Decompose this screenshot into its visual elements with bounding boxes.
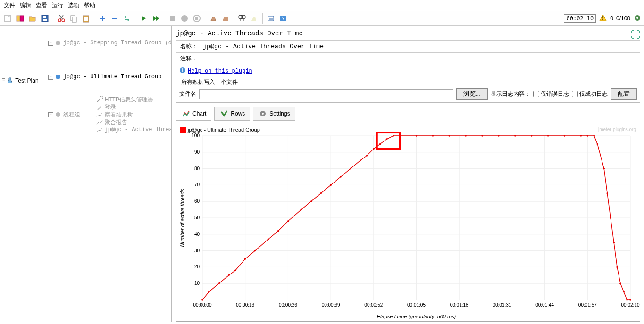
save-icon[interactable] <box>39 13 50 24</box>
tree-panel[interactable]: − Test Plan − jp@gc - Stepping Thread Gr… <box>0 26 172 322</box>
tree-item[interactable]: 登录 <box>105 103 116 111</box>
menu-bar: 文件 编辑 查看 运行 选项 帮助 <box>0 0 644 11</box>
svg-text:00:00:13: 00:00:13 <box>236 302 254 307</box>
svg-point-98 <box>416 135 418 137</box>
svg-text:30: 30 <box>194 248 200 253</box>
svg-point-79 <box>234 270 236 272</box>
svg-point-91 <box>360 159 361 161</box>
filename-input[interactable] <box>199 89 453 99</box>
maximize-icon[interactable] <box>631 30 640 39</box>
open-icon[interactable] <box>27 13 38 24</box>
svg-point-99 <box>432 135 434 137</box>
svg-rect-0 <box>5 15 10 22</box>
svg-point-94 <box>379 143 381 145</box>
expand-icon[interactable] <box>97 13 108 24</box>
svg-text:00:01:18: 00:01:18 <box>450 302 468 307</box>
menu-edit[interactable]: 编辑 <box>20 1 31 9</box>
svg-point-93 <box>373 148 375 150</box>
svg-point-81 <box>254 250 256 252</box>
stop-icon[interactable] <box>167 13 178 24</box>
tab-chart[interactable]: Chart <box>176 107 211 121</box>
panel-title: jp@gc - Active Threads Over Time <box>176 30 640 37</box>
help-icon[interactable]: ? <box>277 13 289 24</box>
tree-ultimate[interactable]: jp@gc - Ultimate Thread Group <box>63 73 162 81</box>
tree-item[interactable]: HTTP信息头管理器 <box>105 96 153 103</box>
tree-thread-group[interactable]: 线程组 <box>63 111 80 118</box>
clear-all-icon[interactable] <box>220 13 231 24</box>
svg-point-32 <box>262 113 264 115</box>
gear-icon <box>54 73 62 81</box>
tree-item[interactable]: jp@gc - Active Threads Over Time <box>105 126 172 133</box>
svg-point-86 <box>310 200 312 202</box>
gear-icon <box>54 39 62 47</box>
svg-point-109 <box>587 135 589 137</box>
search-icon[interactable] <box>236 13 248 24</box>
reset-search-icon[interactable] <box>249 13 260 24</box>
menu-help[interactable]: 帮助 <box>84 1 95 9</box>
info-icon: i <box>179 67 186 75</box>
svg-point-77 <box>218 282 220 284</box>
tree-stepping[interactable]: jp@gc - Stepping Thread Group (deprecate… <box>63 39 172 47</box>
svg-point-105 <box>531 135 533 137</box>
tree-expand[interactable]: − <box>2 78 5 83</box>
menu-options[interactable]: 选项 <box>68 1 79 9</box>
collapse-icon[interactable] <box>109 13 120 24</box>
svg-point-6 <box>58 19 61 22</box>
cut-icon[interactable] <box>56 13 67 24</box>
name-input[interactable] <box>201 42 640 51</box>
tree-expand[interactable]: − <box>48 41 53 46</box>
log-display-label: 显示日志内容： <box>491 90 530 98</box>
menu-search[interactable]: 查看 <box>36 1 47 9</box>
svg-rect-14 <box>170 16 175 21</box>
tab-rows[interactable]: Rows <box>214 107 250 121</box>
svg-point-112 <box>603 168 605 170</box>
svg-point-113 <box>606 192 608 194</box>
svg-text:90: 90 <box>194 150 200 155</box>
gear-icon[interactable] <box>633 14 642 24</box>
svg-point-89 <box>340 176 342 178</box>
svg-point-100 <box>448 135 450 137</box>
svg-point-15 <box>181 15 188 22</box>
tree-item[interactable]: 察看结果树 <box>105 111 133 118</box>
errors-only-checkbox[interactable]: 仅错误日志 <box>533 90 569 98</box>
svg-rect-11 <box>84 17 88 21</box>
run-icon[interactable] <box>138 13 149 24</box>
new-icon[interactable] <box>2 13 14 24</box>
comment-input[interactable] <box>201 54 640 64</box>
function-icon[interactable] <box>265 13 276 24</box>
chart-svg: 10203040506070809010000:00:0000:00:1300:… <box>176 124 640 321</box>
dropper-icon <box>96 103 103 111</box>
remote-stop-icon[interactable] <box>191 13 202 24</box>
shutdown-icon[interactable] <box>179 13 190 24</box>
svg-text:60: 60 <box>194 199 200 204</box>
paste-icon[interactable] <box>80 13 92 24</box>
tree-item[interactable]: 聚合报告 <box>105 118 127 126</box>
svg-text:70: 70 <box>194 182 200 187</box>
svg-point-84 <box>287 220 289 222</box>
svg-point-88 <box>330 184 332 186</box>
clear-icon[interactable] <box>208 13 219 24</box>
configure-button[interactable]: 配置 <box>611 88 637 100</box>
svg-text:00:00:39: 00:00:39 <box>322 302 340 307</box>
svg-point-12 <box>125 16 126 18</box>
help-link[interactable]: Help on this plugin <box>188 68 252 75</box>
svg-text:20: 20 <box>194 264 200 269</box>
browse-button[interactable]: 浏览... <box>456 88 488 100</box>
svg-point-119 <box>626 299 628 301</box>
run-notimer-icon[interactable] <box>150 13 161 24</box>
menu-file[interactable]: 文件 <box>4 1 15 9</box>
svg-point-26 <box>56 41 60 45</box>
warning-icon: ! <box>599 14 607 24</box>
copy-icon[interactable] <box>68 13 79 24</box>
thread-count: 0/100 <box>616 15 630 22</box>
tree-root[interactable]: Test Plan <box>15 77 38 84</box>
svg-text:10: 10 <box>194 281 200 286</box>
templates-icon[interactable] <box>15 13 26 24</box>
tree-expand[interactable]: − <box>48 112 53 117</box>
tree-expand[interactable]: − <box>48 75 53 80</box>
success-only-checkbox[interactable]: 仅成功日志 <box>572 90 608 98</box>
toggle-icon[interactable] <box>121 13 133 24</box>
svg-rect-2 <box>20 16 24 21</box>
menu-run[interactable]: 运行 <box>52 1 63 9</box>
tab-settings[interactable]: Settings <box>253 107 295 121</box>
